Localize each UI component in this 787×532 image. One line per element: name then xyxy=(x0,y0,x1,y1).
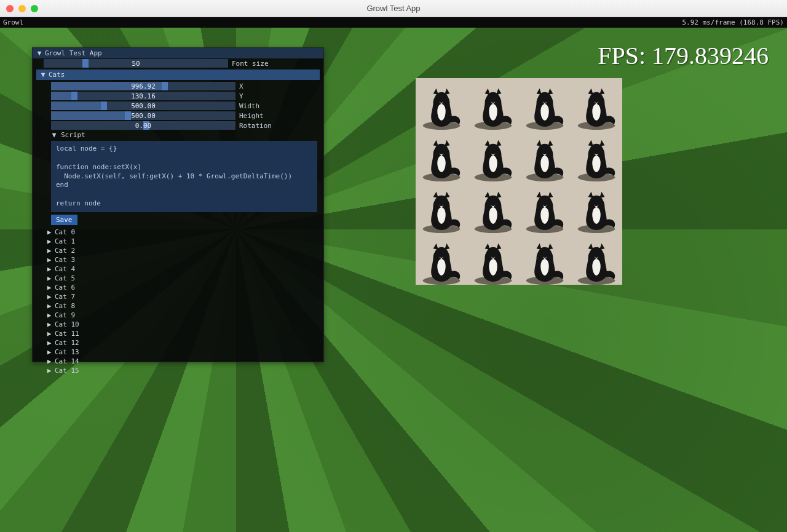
scene-node-item[interactable]: ▶Cat 15 xyxy=(33,366,323,375)
scene-node-label: Cat 8 xyxy=(55,302,75,310)
scene-node-item[interactable]: ▶Cat 11 xyxy=(33,329,323,338)
scene-node-label: Cat 9 xyxy=(55,311,75,319)
scene-node-label: Cat 10 xyxy=(55,320,79,328)
scene-node-item[interactable]: ▶Cat 12 xyxy=(33,338,323,347)
scene-node-item[interactable]: ▶Cat 6 xyxy=(33,283,323,292)
menu-app-name[interactable]: Growl xyxy=(3,18,23,26)
cat-sprite xyxy=(416,233,467,285)
height-label: Height xyxy=(239,112,320,120)
scene-node-label: Cat 1 xyxy=(55,237,75,245)
x-slider[interactable]: 996.92 xyxy=(51,82,235,90)
cats-header[interactable]: ▼ Cats xyxy=(36,69,320,80)
scene-node-item[interactable]: ▶Cat 0 xyxy=(33,228,323,237)
font-size-label: Font size xyxy=(232,60,320,68)
cat-sprite xyxy=(571,130,622,181)
prop-row-y: 130.16Y xyxy=(33,91,323,101)
scene-node-label: Cat 12 xyxy=(55,339,79,347)
scene-node-item[interactable]: ▶Cat 5 xyxy=(33,274,323,283)
expand-arrow-icon[interactable]: ▶ xyxy=(46,320,52,328)
font-size-value: 50 xyxy=(132,60,140,68)
font-size-row: 50 Font size xyxy=(33,58,323,68)
scene-node-item[interactable]: ▶Cat 10 xyxy=(33,320,323,329)
scene-node-label: Cat 4 xyxy=(55,265,75,273)
collapse-arrow-icon[interactable]: ▼ xyxy=(36,49,42,57)
rotation-slider[interactable]: 0.00 xyxy=(51,121,235,130)
scene-node-label: Cat 13 xyxy=(55,348,79,356)
slider-fill xyxy=(51,111,129,120)
expand-arrow-icon[interactable]: ▶ xyxy=(46,256,52,264)
width-slider[interactable]: 500.00 xyxy=(51,101,235,110)
cat-grid xyxy=(416,78,622,285)
expand-arrow-icon[interactable]: ▶ xyxy=(46,265,52,273)
scene-node-item[interactable]: ▶Cat 7 xyxy=(33,292,323,301)
rotation-value: 0.00 xyxy=(135,122,152,130)
width-value: 500.00 xyxy=(131,102,156,110)
cat-sprite xyxy=(467,181,519,233)
scene-node-item[interactable]: ▶Cat 4 xyxy=(33,264,323,274)
prop-row-width: 500.00Width xyxy=(33,101,323,111)
scene-node-item[interactable]: ▶Cat 14 xyxy=(33,357,323,366)
cat-sprite xyxy=(416,78,467,130)
slider-thumb-icon[interactable] xyxy=(82,59,89,68)
game-viewport: FPS: 179.839246 xyxy=(0,28,787,532)
expand-arrow-icon[interactable]: ▶ xyxy=(46,357,52,365)
cat-sprite xyxy=(571,233,622,285)
prop-row-rotation: 0.00Rotation xyxy=(33,121,323,130)
prop-row-x: 996.92X xyxy=(33,81,323,91)
height-slider[interactable]: 500.00 xyxy=(51,111,235,120)
scene-node-label: Cat 6 xyxy=(55,284,75,292)
cat-sprite xyxy=(416,130,467,181)
y-slider[interactable]: 130.16 xyxy=(51,92,235,100)
scene-node-item[interactable]: ▶Cat 3 xyxy=(33,255,323,264)
script-header[interactable]: ▼ Script xyxy=(33,130,323,140)
font-size-slider[interactable]: 50 xyxy=(44,59,228,68)
panel-titlebar[interactable]: ▼ Growl Test App xyxy=(33,48,323,58)
y-value: 130.16 xyxy=(131,92,156,100)
x-value: 996.92 xyxy=(131,82,156,90)
window-title: Growl Test App xyxy=(0,4,787,13)
scene-node-item[interactable]: ▶Cat 9 xyxy=(33,311,323,320)
titlebar: Growl Test App xyxy=(0,0,787,17)
slider-thumb-icon[interactable] xyxy=(125,111,131,120)
expand-arrow-icon[interactable]: ▶ xyxy=(46,237,52,245)
expand-arrow-icon[interactable]: ▶ xyxy=(46,302,52,310)
expand-arrow-icon[interactable]: ▶ xyxy=(46,247,52,255)
cat-sprite xyxy=(571,181,622,233)
expand-arrow-icon[interactable]: ▶ xyxy=(46,339,52,347)
expand-arrow-icon[interactable]: ▶ xyxy=(46,367,52,375)
expand-arrow-icon[interactable]: ▶ xyxy=(46,274,52,282)
slider-thumb-icon[interactable] xyxy=(71,92,77,100)
cat-sprite xyxy=(467,130,519,181)
width-label: Width xyxy=(239,102,320,110)
scene-node-item[interactable]: ▶Cat 1 xyxy=(33,237,323,246)
prop-row-height: 500.00Height xyxy=(33,111,323,121)
slider-thumb-icon[interactable] xyxy=(101,101,107,110)
scene-node-label: Cat 2 xyxy=(55,247,75,255)
y-label: Y xyxy=(239,92,320,100)
expand-arrow-icon[interactable]: ▶ xyxy=(46,348,52,356)
expand-arrow-icon[interactable]: ▶ xyxy=(46,228,52,236)
scene-node-label: Cat 11 xyxy=(55,330,79,338)
script-header-label: Script xyxy=(61,131,85,139)
expand-arrow-icon[interactable]: ▶ xyxy=(46,311,52,319)
scene-node-label: Cat 0 xyxy=(55,228,75,236)
expand-arrow-icon[interactable]: ▶ xyxy=(46,284,52,292)
panel-title: Growl Test App xyxy=(45,49,102,57)
save-button[interactable]: Save xyxy=(51,215,77,225)
scene-node-item[interactable]: ▶Cat 8 xyxy=(33,301,323,311)
slider-thumb-icon[interactable] xyxy=(162,82,168,90)
debug-panel[interactable]: ▼ Growl Test App 50 Font size ▼ Cats 996… xyxy=(32,47,324,362)
slider-fill xyxy=(51,101,105,110)
rotation-label: Rotation xyxy=(239,122,320,130)
expand-arrow-icon[interactable]: ▶ xyxy=(46,293,52,301)
scene-node-item[interactable]: ▶Cat 13 xyxy=(33,347,323,357)
fps-overlay: FPS: 179.839246 xyxy=(598,41,769,70)
collapse-arrow-icon[interactable]: ▼ xyxy=(40,71,46,79)
scene-node-label: Cat 15 xyxy=(55,367,79,375)
cat-sprite xyxy=(571,78,622,130)
script-editor[interactable]: local node = {} function node:setX(x) No… xyxy=(51,141,317,212)
collapse-arrow-icon[interactable]: ▼ xyxy=(51,131,57,139)
scene-node-label: Cat 5 xyxy=(55,274,75,282)
scene-node-item[interactable]: ▶Cat 2 xyxy=(33,246,323,255)
expand-arrow-icon[interactable]: ▶ xyxy=(46,330,52,338)
